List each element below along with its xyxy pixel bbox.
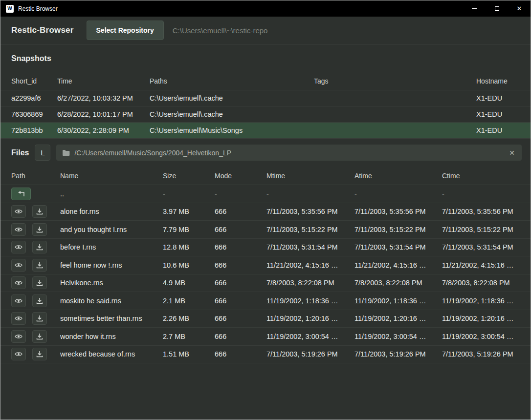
file-row-actions [11,276,60,289]
snapshot-paths: C:\Users\emuell\Music\Songs [150,126,314,134]
maximize-icon [495,6,499,11]
repository-path: C:\Users\emuell\~\restic-repo [173,26,268,35]
file-atime: 7/8/2003, 8:22:08 PM [354,279,442,287]
preview-button[interactable] [11,241,26,253]
parent-directory-row[interactable]: .. - - - - - [0,185,531,203]
col-ctime: Ctime [442,172,520,180]
preview-button[interactable] [11,205,26,218]
download-button[interactable] [32,205,47,218]
file-row[interactable]: wonder how it.rns 2.7 MB 666 11/19/2002,… [0,328,531,346]
file-ctime: 11/19/2002, 1:20:16 … [442,315,520,322]
file-mtime: 7/11/2003, 5:19:26 PM [266,350,354,358]
clear-path-button[interactable]: ✕ [508,149,516,157]
maximize-button[interactable] [486,0,508,17]
go-up-button[interactable] [11,188,31,200]
file-row[interactable]: alone for.rns 3.97 MB 666 7/11/2003, 5:3… [0,203,531,221]
snapshot-row[interactable]: 76306869 6/28/2022, 10:01:17 PM C:\Users… [0,106,531,123]
file-atime: 11/19/2002, 3:00:54 … [354,333,442,340]
file-row[interactable]: and you thought I.rns 7.79 MB 666 7/11/2… [0,221,531,239]
file-mode: 666 [215,333,266,340]
preview-button[interactable] [11,330,26,343]
file-row[interactable]: feel home now !.rns 10.6 MB 666 11/21/20… [0,256,531,274]
download-button[interactable] [32,330,47,343]
file-row[interactable]: sometimes better than.rns 2.26 MB 666 11… [0,310,531,328]
file-atime: 11/19/2002, 1:18:36 … [354,297,442,305]
snapshot-time: 6/28/2022, 10:01:17 PM [57,110,150,118]
file-mode: 666 [215,279,266,287]
tree-view-toggle-button[interactable]: L [35,145,50,161]
file-path-bar: ✕ [56,145,522,161]
preview-button[interactable] [11,223,26,236]
file-ctime: 11/19/2002, 3:00:54 … [442,333,520,340]
download-button[interactable] [32,276,47,289]
folder-icon [62,149,70,156]
file-row[interactable]: moskito he said.rns 2.1 MB 666 11/19/200… [0,292,531,310]
file-path-input[interactable] [74,149,504,157]
download-icon [36,315,43,322]
file-atime: - [354,190,442,198]
select-repository-button[interactable]: Select Repository [87,21,164,40]
file-ctime: 7/8/2003, 8:22:08 PM [442,279,520,287]
file-ctime: 7/11/2003, 5:35:56 PM [442,208,520,215]
file-mtime: - [266,190,354,198]
file-atime: 7/11/2003, 5:15:22 PM [354,226,442,233]
col-time: Time [57,77,150,85]
download-icon [36,208,43,215]
col-mode: Mode [215,172,266,180]
download-icon [36,244,43,251]
file-row[interactable]: before I.rns 12.8 MB 666 7/11/2003, 5:31… [0,239,531,257]
file-size: - [163,190,215,198]
file-mtime: 11/19/2002, 1:20:16 … [266,315,354,322]
file-ctime: - [442,190,520,198]
preview-button[interactable] [11,312,26,325]
preview-button[interactable] [11,276,26,289]
eye-icon [15,315,22,321]
file-name: Helvikone.rns [60,279,163,287]
file-name: sometimes better than.rns [60,315,163,322]
file-ctime: 11/19/2002, 1:18:36 … [442,297,520,305]
window-title: Restic Browser [18,5,58,12]
file-mtime: 7/11/2003, 5:15:22 PM [266,226,354,233]
download-button[interactable] [32,241,47,253]
snapshot-hostname: X1-EDU [476,94,520,102]
snapshots-section-title: Snapshots [0,44,531,72]
file-row[interactable]: wrecked because of.rns 1.51 MB 666 7/11/… [0,346,531,364]
file-size: 2.26 MB [163,315,215,322]
minimize-button[interactable] [463,0,486,17]
download-button[interactable] [32,294,47,307]
eye-icon [15,280,22,286]
download-button[interactable] [32,348,47,360]
file-row-actions [11,241,60,253]
col-size: Size [163,172,215,180]
file-size: 3.97 MB [163,208,215,215]
close-button[interactable]: ✕ [508,0,531,17]
eye-icon [15,334,22,339]
file-size: 4.9 MB [163,279,215,287]
download-button[interactable] [32,259,47,272]
preview-button[interactable] [11,294,26,307]
eye-icon [15,209,22,214]
file-row-actions [11,205,60,218]
snapshot-row[interactable]: a2299af6 6/27/2022, 10:03:32 PM C:\Users… [0,90,531,106]
file-atime: 11/19/2002, 1:20:16 … [354,315,442,322]
snapshot-time: 6/30/2022, 2:28:09 PM [57,126,150,134]
snapshot-row-selected[interactable]: 72b813bb 6/30/2022, 2:28:09 PM C:\Users\… [0,123,531,139]
file-ctime: 7/11/2003, 5:19:26 PM [442,350,520,358]
snapshot-short-id: 72b813bb [11,126,57,134]
files-bar: Files L ✕ [0,139,531,167]
snapshot-short-id: a2299af6 [11,94,57,102]
eye-icon [15,227,22,232]
up-left-arrow-icon [17,191,25,197]
file-mtime: 7/11/2003, 5:35:56 PM [266,208,354,215]
preview-button[interactable] [11,259,26,272]
file-row-actions [11,348,60,360]
file-row[interactable]: Helvikone.rns 4.9 MB 666 7/8/2003, 8:22:… [0,274,531,293]
snapshot-paths: C:\Users\emuell\.cache [150,110,314,118]
download-button[interactable] [32,223,47,236]
preview-button[interactable] [11,348,26,360]
file-mtime: 7/11/2003, 5:31:54 PM [266,243,354,251]
download-button[interactable] [32,312,47,325]
file-ctime: 7/11/2003, 5:31:54 PM [442,243,520,251]
file-row-actions [11,188,60,200]
file-atime: 11/21/2002, 4:15:16 … [354,261,442,269]
